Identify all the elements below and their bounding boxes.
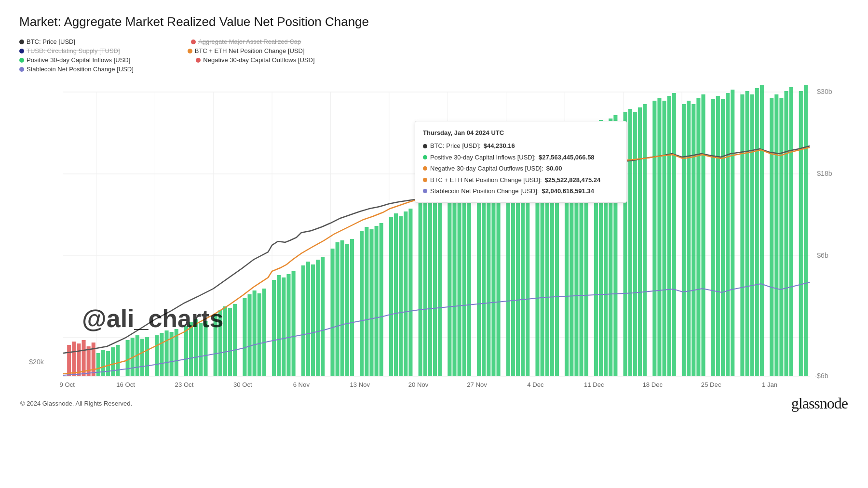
svg-rect-143: [760, 85, 764, 376]
legend-dot-stablecoin: [19, 67, 24, 72]
svg-rect-134: [711, 99, 715, 376]
svg-rect-148: [789, 87, 793, 376]
tooltip-row-btc: BTC: Price [USD]: $44,230.16: [423, 140, 619, 151]
legend-dot-aggregate: [191, 40, 196, 44]
svg-rect-136: [721, 99, 725, 376]
svg-rect-85: [423, 197, 427, 376]
svg-text:16 Oct: 16 Oct: [116, 381, 135, 388]
svg-rect-69: [331, 249, 335, 376]
svg-rect-77: [375, 226, 379, 376]
svg-rect-57: [258, 293, 261, 376]
svg-rect-51: [223, 306, 227, 376]
svg-rect-120: [628, 109, 632, 376]
svg-rect-124: [652, 101, 656, 376]
tooltip-dot-outflows: [423, 166, 427, 171]
svg-text:$30b: $30b: [817, 88, 832, 95]
svg-rect-90: [452, 181, 456, 376]
svg-rect-63: [292, 271, 296, 376]
svg-text:25 Dec: 25 Dec: [701, 381, 721, 388]
svg-rect-76: [369, 229, 373, 376]
legend-row-4: Stablecoin Net Position Change [USD]: [19, 66, 849, 73]
legend-dot-btc: [19, 40, 24, 44]
legend-stablecoin: Stablecoin Net Position Change [USD]: [19, 66, 134, 73]
legend-row-1: BTC: Price [USD] Aggregate Major Asset R…: [19, 38, 849, 45]
svg-text:20 Nov: 20 Nov: [408, 381, 429, 388]
legend-dot-btceth: [188, 49, 192, 53]
svg-rect-84: [419, 202, 422, 376]
svg-rect-74: [360, 231, 364, 376]
legend-label-btc: BTC: Price [USD]: [27, 38, 75, 45]
legend-dot-outflows: [196, 58, 201, 63]
tooltip-label-inflows: Positive 30-day Capital Inflows [USD]:: [430, 152, 536, 163]
svg-rect-72: [345, 244, 349, 376]
svg-rect-40: [160, 333, 163, 376]
tooltip-dot-inflows: [423, 155, 427, 159]
svg-rect-81: [399, 216, 403, 376]
legend-btc-eth: BTC + ETH Net Position Change [USD]: [188, 47, 305, 54]
watermark: @ali_charts: [82, 304, 224, 333]
svg-rect-121: [633, 112, 637, 376]
svg-rect-135: [716, 96, 720, 376]
tooltip: Thursday, Jan 04 2024 UTC BTC: Price [US…: [415, 121, 627, 203]
chart-title: Market: Aggregate Market Realized Value …: [19, 14, 849, 29]
svg-text:1 Jan: 1 Jan: [762, 381, 777, 388]
svg-rect-32: [111, 347, 115, 376]
svg-rect-88: [438, 192, 442, 376]
tooltip-value-btc: $44,230.16: [484, 140, 515, 151]
svg-rect-41: [165, 330, 169, 376]
legend-label-btceth: BTC + ETH Net Position Change [USD]: [195, 47, 305, 54]
svg-rect-125: [657, 98, 661, 376]
tooltip-dot-btceth: [423, 178, 427, 182]
svg-rect-149: [799, 91, 803, 376]
svg-rect-23: [67, 345, 71, 376]
svg-text:27 Nov: 27 Nov: [467, 381, 487, 388]
svg-text:23 Oct: 23 Oct: [175, 381, 194, 388]
svg-rect-92: [462, 183, 466, 376]
svg-rect-54: [243, 298, 246, 376]
svg-rect-142: [755, 88, 759, 376]
tooltip-row-inflows: Positive 30-day Capital Inflows [USD]: $…: [423, 152, 619, 163]
legend-label-aggregate: Aggregate Major Asset Realized Cap: [198, 38, 301, 45]
svg-rect-130: [687, 101, 691, 376]
legend-dot-inflows: [19, 58, 24, 63]
svg-rect-66: [311, 264, 315, 376]
svg-rect-86: [428, 200, 432, 376]
svg-rect-128: [672, 93, 676, 376]
svg-rect-68: [321, 257, 325, 376]
svg-rect-65: [306, 262, 310, 376]
svg-rect-144: [770, 98, 773, 376]
legend-label-inflows: Positive 30-day Capital Inflows [USD]: [27, 56, 130, 64]
tooltip-value-inflows: $27,563,445,066.58: [539, 152, 595, 163]
svg-rect-37: [140, 339, 144, 376]
svg-text:30 Oct: 30 Oct: [233, 381, 252, 388]
svg-rect-78: [380, 223, 383, 376]
svg-rect-44: [184, 326, 188, 376]
tooltip-value-btceth: $25,522,828,475.24: [545, 174, 601, 185]
legend-dot-tusd: [19, 49, 24, 53]
svg-rect-59: [272, 280, 276, 376]
svg-rect-138: [731, 90, 734, 376]
svg-rect-25: [77, 343, 81, 376]
svg-rect-131: [692, 104, 695, 376]
legend-area: BTC: Price [USD] Aggregate Major Asset R…: [19, 38, 849, 73]
svg-rect-55: [248, 294, 252, 376]
svg-rect-58: [262, 289, 266, 376]
svg-rect-64: [301, 265, 305, 376]
legend-label-tusd: TUSD: Circulating Supply [TUSD]: [27, 47, 120, 54]
svg-rect-33: [116, 345, 120, 376]
svg-rect-133: [701, 94, 705, 376]
tooltip-label-btceth: BTC + ETH Net Position Change [USD]:: [430, 174, 542, 185]
chart-area: $30b $18b $6b -$6b $20k: [19, 78, 849, 391]
svg-rect-150: [804, 85, 808, 376]
svg-rect-62: [286, 274, 290, 376]
svg-rect-129: [682, 104, 686, 376]
svg-text:9 Oct: 9 Oct: [59, 381, 75, 388]
svg-text:-$6b: -$6b: [814, 372, 828, 380]
svg-rect-75: [365, 227, 368, 376]
tooltip-label-btc: BTC: Price [USD]:: [430, 140, 481, 151]
svg-rect-141: [750, 94, 754, 376]
svg-rect-140: [746, 91, 749, 376]
svg-rect-80: [394, 213, 398, 376]
legend-positive-inflows: Positive 30-day Capital Inflows [USD]: [19, 56, 130, 64]
legend-btc-price: BTC: Price [USD]: [19, 38, 75, 45]
